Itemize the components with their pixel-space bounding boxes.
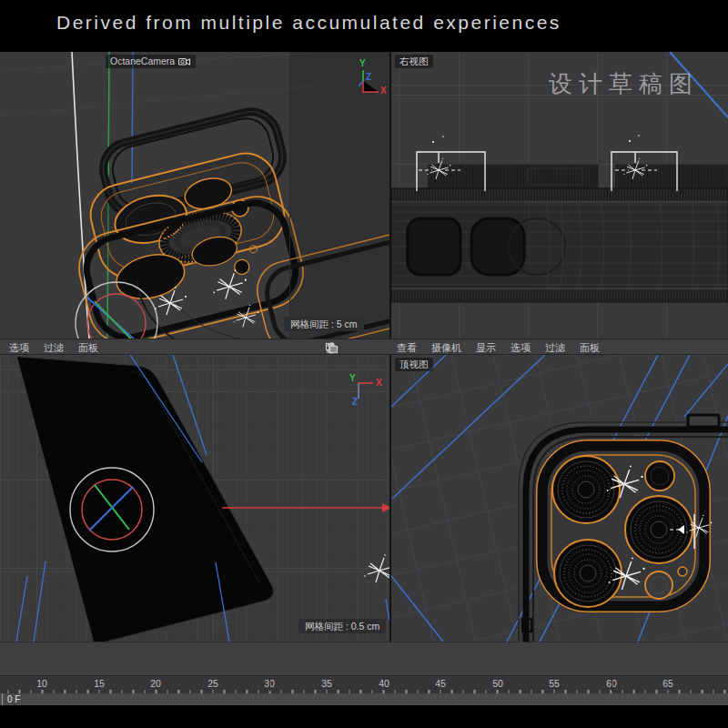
- animation-toolbar: Design Draft |◀ ◀ ◀| ▶ |▶ ▶◇ ▶| A: [0, 642, 728, 675]
- viewport-perspective[interactable]: OctaneCamera Y Z X 网格间距 : 5 cm: [0, 52, 389, 339]
- playhead-row[interactable]: 0 F: [0, 693, 728, 705]
- axis-gizmo: Y Z X: [349, 59, 389, 99]
- menu-options-right[interactable]: 选项: [511, 341, 531, 355]
- viewport-divider[interactable]: [389, 355, 391, 642]
- header-bar: Derived from multiple accumulated experi…: [0, 0, 728, 52]
- header-title: Derived from multiple accumulated experi…: [56, 12, 561, 34]
- current-frame-label: 0 F: [7, 693, 20, 705]
- axis-gizmo: Y X Z: [346, 371, 389, 410]
- c4d-window: Derived from multiple accumulated experi…: [0, 0, 728, 728]
- viewport-right-view[interactable]: 右视图 设计草稿图: [391, 52, 728, 339]
- timeline-ruler[interactable]: 10 15 20 25 30 35 40 45 50 55 60 65: [0, 675, 728, 693]
- grid-spacing-label: 网格间距 : 5 cm: [284, 317, 364, 331]
- menu-panel-left[interactable]: 面板: [78, 341, 98, 355]
- grid-spacing-label: 网格间距 : 0.5 cm: [298, 619, 386, 633]
- menu-filter-right[interactable]: 过滤: [545, 341, 565, 355]
- design-draft-watermark-cn: 设计草稿图: [549, 68, 699, 100]
- menu-camera[interactable]: 摄像机: [431, 341, 461, 355]
- ruler-major-tick: [612, 678, 612, 692]
- menu-display[interactable]: 显示: [476, 341, 496, 355]
- menu-filter-left[interactable]: 过滤: [44, 341, 64, 355]
- maximize-viewport-icon[interactable]: [324, 340, 339, 355]
- viewport-camera-view[interactable]: Y X Z 网格间距 : 0.5 cm: [0, 355, 389, 642]
- phone-silhouette-scene: [0, 355, 389, 642]
- menu-options-left[interactable]: 选项: [9, 341, 29, 355]
- viewport-top-view[interactable]: 顶视图: [391, 355, 728, 642]
- viewport-divider[interactable]: [389, 52, 391, 339]
- playhead-marker[interactable]: [2, 693, 3, 705]
- camera-label[interactable]: OctaneCamera: [106, 55, 196, 68]
- menu-view[interactable]: 查看: [397, 341, 417, 355]
- menu-panel-right[interactable]: 面板: [580, 341, 600, 355]
- ruler-major-tick: [269, 678, 270, 692]
- footer-black-bar: [0, 705, 728, 728]
- viewport-menubar: 选项 过滤 面板 查看 摄像机: [0, 339, 728, 355]
- viewport-name-label[interactable]: 右视图: [395, 55, 433, 68]
- viewport-name-label[interactable]: 顶视图: [395, 358, 433, 371]
- camera-module-top-view: [391, 355, 728, 642]
- camera-icon: [178, 56, 191, 66]
